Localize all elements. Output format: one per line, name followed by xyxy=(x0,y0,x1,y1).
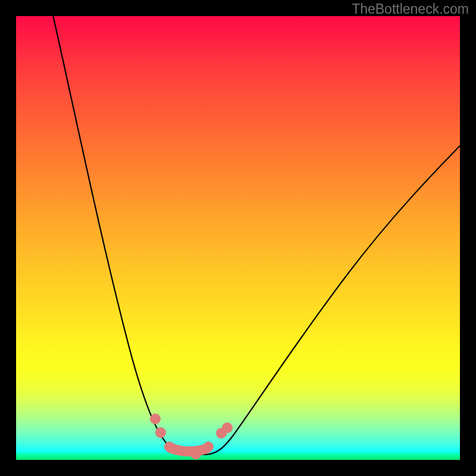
curve-marker xyxy=(190,449,201,459)
chart-curve-svg xyxy=(16,16,460,460)
curve-minimum-highlight xyxy=(171,448,206,452)
bottleneck-curve xyxy=(52,16,460,455)
curve-marker xyxy=(150,414,161,424)
watermark-text: TheBottleneck.com xyxy=(352,1,469,17)
curve-marker xyxy=(203,441,214,452)
curve-marker xyxy=(164,441,175,452)
curve-marker xyxy=(155,427,166,438)
curve-marker xyxy=(222,422,233,433)
chart-plot-area xyxy=(16,16,460,460)
